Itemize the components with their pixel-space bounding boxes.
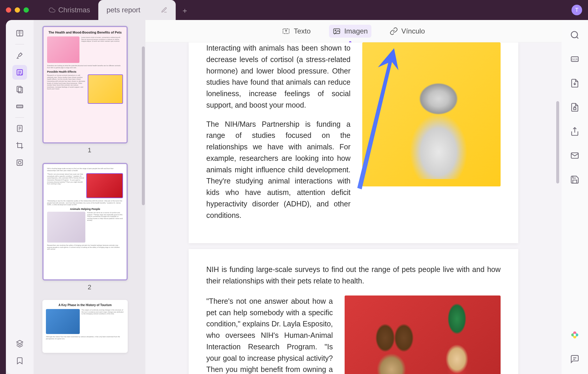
thumb-image bbox=[47, 36, 79, 63]
ocr-button[interactable]: OCR bbox=[569, 53, 581, 65]
scrollbar[interactable] bbox=[142, 46, 145, 205]
cloud-icon bbox=[49, 7, 55, 13]
text-icon bbox=[282, 27, 290, 35]
stamp-tool[interactable] bbox=[12, 155, 27, 170]
edit-icon[interactable] bbox=[161, 7, 167, 13]
tab-christmas[interactable]: Christmas bbox=[41, 0, 98, 20]
bookmark-tool[interactable] bbox=[12, 353, 27, 368]
svg-rect-7 bbox=[17, 160, 23, 166]
pages-tool[interactable] bbox=[12, 82, 27, 97]
thumbnail-panel: The Health and Mood-Boosting Benefits of… bbox=[34, 20, 145, 374]
minimize-window-button[interactable] bbox=[15, 7, 20, 13]
crop-tool[interactable] bbox=[12, 138, 27, 153]
lock-file-icon bbox=[570, 103, 579, 112]
thumb-text: Lorem ipsum dolor sit amet, consectetur … bbox=[81, 36, 123, 63]
avatar[interactable]: T bbox=[572, 5, 582, 15]
left-toolbar bbox=[6, 20, 34, 374]
maximize-window-button[interactable] bbox=[24, 7, 29, 13]
edit-tool-label: Texto bbox=[294, 27, 310, 35]
save-button[interactable] bbox=[569, 173, 581, 186]
image-tool[interactable]: Imagen bbox=[329, 25, 371, 38]
document-page-2: NIH is funding large-scale surveys to fi… bbox=[189, 249, 518, 374]
thumb-text: "There's not one answer about how a pet … bbox=[47, 173, 84, 198]
edit-tool-label: Vínculo bbox=[401, 27, 425, 35]
right-toolbar: OCR bbox=[562, 20, 588, 374]
thumb-text: Animals can serve as a source of comfort… bbox=[87, 212, 123, 243]
thumbnail-page-1[interactable]: The Health and Mood-Boosting Benefits of… bbox=[42, 26, 137, 154]
document-paragraph: Interacting with animals has been shown … bbox=[206, 42, 351, 111]
thumb-text: Research on human-animal interactions is… bbox=[47, 74, 86, 104]
main-area: Texto Imagen Vínculo bbox=[145, 20, 562, 374]
document-paragraph: The NIH/Mars Partnership is funding a ra… bbox=[206, 118, 351, 221]
svg-text:OCR: OCR bbox=[572, 58, 578, 61]
thumb-subtitle: Possible Health Effects bbox=[47, 70, 123, 73]
thumb-subtitle: Animals Helping People bbox=[47, 208, 123, 211]
share-button[interactable] bbox=[569, 125, 581, 138]
highlighter-tool[interactable] bbox=[12, 48, 27, 63]
search-icon bbox=[570, 30, 579, 40]
email-button[interactable] bbox=[569, 149, 581, 162]
thumb-text: "Attempting to tap into the subjective q… bbox=[47, 200, 123, 206]
thumb-image bbox=[88, 74, 123, 104]
svg-point-11 bbox=[335, 30, 336, 31]
thumbnail-page-2[interactable]: NIH is funding large-scale surveys to fi… bbox=[42, 163, 137, 291]
thumbnail-page-3[interactable]: A Key Phase in the History of Tourism Th… bbox=[42, 300, 137, 353]
svg-point-21 bbox=[574, 334, 576, 336]
form-tool[interactable] bbox=[12, 121, 27, 136]
convert-icon bbox=[570, 79, 579, 88]
reader-tool[interactable] bbox=[12, 26, 27, 41]
thumb-page-number: 1 bbox=[42, 146, 137, 154]
text-tool[interactable]: Texto bbox=[278, 25, 314, 38]
close-window-button[interactable] bbox=[6, 7, 11, 13]
link-tool[interactable]: Vínculo bbox=[386, 25, 428, 38]
new-tab-button[interactable] bbox=[182, 7, 188, 13]
tab-strip: Christmas pets report bbox=[41, 0, 188, 20]
thumb-image bbox=[86, 173, 123, 198]
thumb-text: Scientists are looking at what the poten… bbox=[47, 65, 123, 69]
thumb-text: Researchers are studying the safety of b… bbox=[47, 244, 123, 250]
tab-label: pets report bbox=[107, 6, 140, 14]
share-icon bbox=[570, 127, 579, 136]
comment-icon bbox=[570, 354, 579, 364]
redact-tool[interactable] bbox=[12, 99, 27, 114]
thumb-text: The origins of continuity and big change… bbox=[82, 309, 124, 334]
svg-rect-4 bbox=[17, 105, 23, 108]
search-button[interactable] bbox=[569, 29, 581, 41]
thumb-image bbox=[47, 212, 85, 243]
convert-button[interactable] bbox=[569, 77, 581, 89]
svg-rect-15 bbox=[574, 108, 576, 110]
thumb-text: NIH is funding large-scale surveys to fi… bbox=[47, 168, 123, 171]
tab-label: Christmas bbox=[58, 6, 90, 14]
window-controls bbox=[6, 7, 29, 13]
titlebar: Christmas pets report T bbox=[0, 0, 588, 20]
layers-tool[interactable] bbox=[12, 336, 27, 351]
svg-point-12 bbox=[571, 31, 577, 38]
image-icon bbox=[333, 27, 341, 35]
thumb-title: The Health and Mood-Boosting Benefits of… bbox=[47, 31, 123, 34]
thumb-title: A Key Phase in the History of Tourism bbox=[46, 303, 124, 307]
thumb-image bbox=[46, 309, 80, 334]
edit-tool[interactable] bbox=[12, 65, 27, 80]
document-paragraph: "There's not one answer about how a pet … bbox=[206, 295, 333, 374]
protect-button[interactable] bbox=[569, 101, 581, 113]
edit-toolbar: Texto Imagen Vínculo bbox=[145, 20, 562, 42]
mail-icon bbox=[570, 151, 579, 160]
thumb-page-number: 2 bbox=[42, 283, 137, 291]
avatar-letter: T bbox=[575, 7, 579, 13]
app-button[interactable] bbox=[569, 329, 581, 341]
document-paragraph: NIH is funding large-scale surveys to fi… bbox=[206, 264, 501, 287]
thumb-text: Although the Grand Tour has been examine… bbox=[46, 336, 124, 340]
save-icon bbox=[570, 175, 579, 184]
edit-tool-label: Imagen bbox=[344, 27, 368, 35]
comment-button[interactable] bbox=[569, 353, 581, 365]
flower-icon bbox=[570, 330, 579, 340]
tab-pets-report[interactable]: pets report bbox=[98, 0, 176, 20]
document-viewport[interactable]: Interacting with animals has been shown … bbox=[145, 42, 562, 374]
ocr-icon: OCR bbox=[570, 54, 579, 64]
svg-point-8 bbox=[18, 161, 21, 164]
document-image-dog[interactable] bbox=[362, 42, 501, 186]
document-page-1: Interacting with animals has been shown … bbox=[189, 42, 518, 243]
link-icon bbox=[390, 27, 398, 35]
document-image-pets[interactable] bbox=[345, 295, 501, 374]
